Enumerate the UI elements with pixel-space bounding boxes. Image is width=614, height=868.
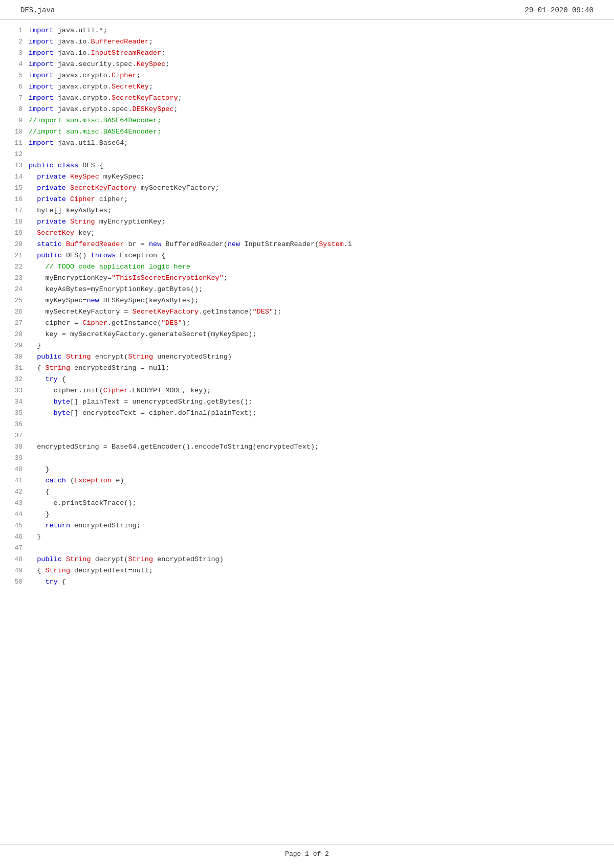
line-code: key = mySecretKeyFactory.generateSecret(… (29, 329, 257, 340)
line-code: public DES() throws Exception { (29, 250, 165, 261)
code-line: 41 catch (Exception e) (10, 475, 604, 486)
line-code: catch (Exception e) (29, 475, 124, 486)
code-line: 12 (10, 149, 604, 160)
code-line: 42 { (10, 486, 604, 498)
line-number: 27 (10, 318, 29, 329)
code-line: 9//import sun.misc.BASE64Decoder; (10, 115, 604, 126)
line-code: public class DES { (29, 160, 103, 171)
page-header: DES.java 29-01-2020 09:40 (0, 0, 614, 20)
line-number: 5 (10, 70, 29, 81)
line-code: encryptedString = Base64.getEncoder().en… (29, 441, 319, 453)
code-line: 39 (10, 453, 604, 464)
code-line: 7import javax.crypto.SecretKeyFactory; (10, 93, 604, 104)
code-line: 21 public DES() throws Exception { (10, 250, 604, 261)
line-code: //import sun.misc.BASE64Decoder; (29, 115, 161, 126)
code-line: 22 // TODO code application logic here (10, 261, 604, 273)
line-code: cipher = Cipher.getInstance("DES"); (29, 318, 190, 329)
code-line: 2import java.io.BufferedReader; (10, 36, 604, 48)
line-code: import java.io.BufferedReader; (29, 36, 153, 48)
code-line: 15 private SecretKeyFactory mySecretKeyF… (10, 183, 604, 194)
line-code: import javax.crypto.Cipher; (29, 70, 141, 81)
code-line: 23 myEncryptionKey="ThisIsSecretEncrypti… (10, 273, 604, 284)
line-code: public String decrypt(String encryptedSt… (29, 554, 224, 565)
line-number: 16 (10, 194, 29, 205)
line-number: 21 (10, 250, 29, 261)
code-line: 37 (10, 430, 604, 441)
line-code: private Cipher cipher; (29, 194, 128, 205)
line-code: e.printStackTrace(); (29, 498, 137, 509)
line-number: 25 (10, 295, 29, 306)
line-number: 7 (10, 93, 29, 104)
line-code: import java.io.InputStreamReader; (29, 48, 165, 59)
line-number: 24 (10, 284, 29, 295)
line-code: import javax.crypto.SecretKeyFactory; (29, 93, 182, 104)
line-number: 6 (10, 81, 29, 93)
code-line: 16 private Cipher cipher; (10, 194, 604, 205)
line-number: 45 (10, 520, 29, 531)
line-number: 47 (10, 543, 29, 554)
line-number: 10 (10, 126, 29, 138)
line-number: 2 (10, 36, 29, 48)
code-line: 45 return encryptedString; (10, 520, 604, 531)
line-code: import javax.crypto.spec.DESKeySpec; (29, 104, 178, 115)
code-line: 4import java.security.spec.KeySpec; (10, 59, 604, 70)
line-code: } (29, 464, 50, 475)
line-number: 29 (10, 340, 29, 351)
code-line: 48 public String decrypt(String encrypte… (10, 554, 604, 565)
code-line: 13public class DES { (10, 160, 604, 171)
code-line: 19 SecretKey key; (10, 228, 604, 239)
code-line: 26 mySecretKeyFactory = SecretKeyFactory… (10, 306, 604, 318)
code-line: 20 static BufferedReader br = new Buffer… (10, 239, 604, 250)
line-code: import java.util.*; (29, 25, 107, 36)
line-number: 15 (10, 183, 29, 194)
line-code: byte[] keyAsBytes; (29, 205, 112, 216)
code-line: 47 (10, 543, 604, 554)
line-code: private SecretKeyFactory mySecretKeyFact… (29, 183, 220, 194)
code-line: 50 try { (10, 576, 604, 588)
line-code: //import sun.misc.BASE64Encoder; (29, 126, 161, 138)
line-number: 36 (10, 419, 29, 430)
code-line: 25 myKeySpec=new DESKeySpec(keyAsBytes); (10, 295, 604, 306)
line-code: import java.util.Base64; (29, 138, 128, 149)
code-line: 17 byte[] keyAsBytes; (10, 205, 604, 216)
line-number: 26 (10, 306, 29, 318)
code-line: 27 cipher = Cipher.getInstance("DES"); (10, 318, 604, 329)
line-number: 19 (10, 228, 29, 239)
code-line: 32 try { (10, 374, 604, 385)
line-code: } (29, 509, 50, 520)
code-line: 49 { String decryptedText=null; (10, 565, 604, 576)
footer: Page 1 of 2 (0, 844, 614, 858)
line-number: 48 (10, 554, 29, 565)
datetime: 29-01-2020 09:40 (525, 6, 594, 14)
line-number: 32 (10, 374, 29, 385)
line-number: 50 (10, 576, 29, 588)
line-number: 20 (10, 239, 29, 250)
line-number: 11 (10, 138, 29, 149)
line-number: 18 (10, 216, 29, 228)
line-code: myKeySpec=new DESKeySpec(keyAsBytes); (29, 295, 199, 306)
line-number: 31 (10, 363, 29, 374)
line-code: public String encrypt(String unencrypted… (29, 351, 232, 363)
code-line: 44 } (10, 509, 604, 520)
line-code: { (29, 486, 50, 498)
line-code: cipher.init(Cipher.ENCRYPT_MODE, key); (29, 385, 211, 396)
code-area: 1import java.util.*;2import java.io.Buff… (0, 20, 614, 618)
line-number: 43 (10, 498, 29, 509)
code-line: 46 } (10, 531, 604, 543)
code-line: 8import javax.crypto.spec.DESKeySpec; (10, 104, 604, 115)
code-line: 43 e.printStackTrace(); (10, 498, 604, 509)
line-code: myEncryptionKey="ThisIsSecretEncryptionK… (29, 273, 228, 284)
line-number: 22 (10, 261, 29, 273)
code-line: 6import javax.crypto.SecretKey; (10, 81, 604, 93)
line-number: 23 (10, 273, 29, 284)
code-line: 18 private String myEncryptionKey; (10, 216, 604, 228)
page: DES.java 29-01-2020 09:40 1import java.u… (0, 0, 614, 868)
line-number: 30 (10, 351, 29, 363)
line-number: 28 (10, 329, 29, 340)
code-line: 29 } (10, 340, 604, 351)
line-number: 42 (10, 486, 29, 498)
code-line: 38 encryptedString = Base64.getEncoder()… (10, 441, 604, 453)
line-code: return encryptedString; (29, 520, 141, 531)
line-number: 14 (10, 171, 29, 183)
code-line: 5import javax.crypto.Cipher; (10, 70, 604, 81)
